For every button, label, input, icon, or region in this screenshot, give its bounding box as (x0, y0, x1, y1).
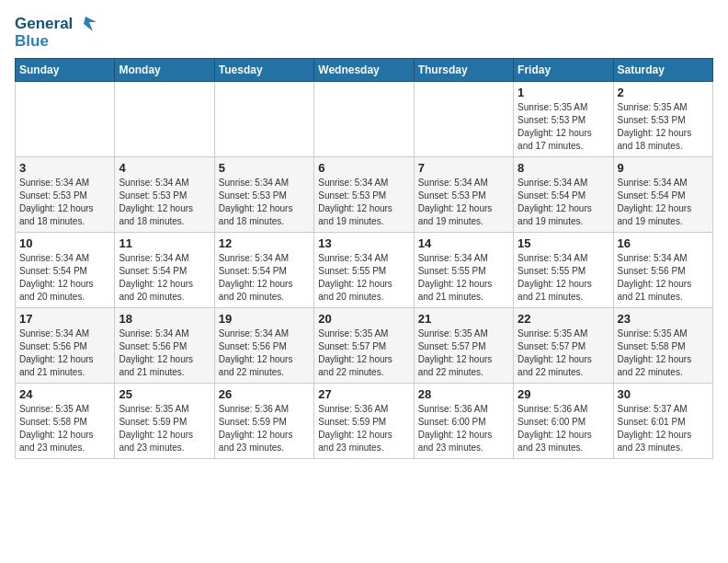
day-info: Sunrise: 5:34 AM Sunset: 5:55 PM Dayligh… (418, 252, 509, 304)
calendar-cell: 14Sunrise: 5:34 AM Sunset: 5:55 PM Dayli… (414, 232, 513, 307)
day-number: 18 (119, 312, 210, 326)
day-number: 12 (219, 236, 310, 250)
calendar-cell: 26Sunrise: 5:36 AM Sunset: 5:59 PM Dayli… (214, 383, 313, 458)
day-of-week-header: Tuesday (214, 58, 313, 81)
day-info: Sunrise: 5:34 AM Sunset: 5:54 PM Dayligh… (219, 252, 310, 304)
calendar-cell (16, 81, 115, 156)
calendar-cell: 6Sunrise: 5:34 AM Sunset: 5:53 PM Daylig… (314, 156, 414, 232)
day-number: 22 (518, 312, 609, 326)
day-info: Sunrise: 5:34 AM Sunset: 5:54 PM Dayligh… (19, 252, 110, 304)
day-of-week-header: Sunday (16, 58, 115, 81)
calendar-cell: 29Sunrise: 5:36 AM Sunset: 6:00 PM Dayli… (514, 383, 613, 458)
day-info: Sunrise: 5:35 AM Sunset: 5:53 PM Dayligh… (618, 101, 709, 153)
calendar-cell: 21Sunrise: 5:35 AM Sunset: 5:57 PM Dayli… (414, 307, 513, 383)
calendar-cell: 13Sunrise: 5:34 AM Sunset: 5:55 PM Dayli… (314, 232, 414, 307)
day-info: Sunrise: 5:35 AM Sunset: 5:57 PM Dayligh… (518, 327, 609, 379)
calendar-cell (314, 81, 414, 156)
day-number: 13 (318, 236, 409, 250)
day-number: 7 (418, 161, 509, 175)
calendar-cell: 25Sunrise: 5:35 AM Sunset: 5:59 PM Dayli… (115, 383, 214, 458)
calendar-cell: 4Sunrise: 5:34 AM Sunset: 5:53 PM Daylig… (115, 156, 214, 232)
day-number: 17 (19, 312, 110, 326)
day-number: 16 (618, 236, 709, 250)
calendar-cell: 19Sunrise: 5:34 AM Sunset: 5:56 PM Dayli… (214, 307, 313, 383)
calendar: SundayMondayTuesdayWednesdayThursdayFrid… (15, 58, 713, 459)
day-info: Sunrise: 5:34 AM Sunset: 5:56 PM Dayligh… (219, 327, 310, 379)
day-info: Sunrise: 5:34 AM Sunset: 5:53 PM Dayligh… (219, 177, 310, 228)
calendar-cell (115, 81, 214, 156)
calendar-cell: 12Sunrise: 5:34 AM Sunset: 5:54 PM Dayli… (214, 232, 313, 307)
day-info: Sunrise: 5:34 AM Sunset: 5:53 PM Dayligh… (19, 177, 110, 228)
day-number: 2 (618, 86, 709, 99)
day-info: Sunrise: 5:34 AM Sunset: 5:55 PM Dayligh… (318, 252, 409, 304)
day-info: Sunrise: 5:35 AM Sunset: 5:53 PM Dayligh… (518, 101, 609, 153)
day-number: 6 (318, 161, 409, 175)
calendar-cell: 23Sunrise: 5:35 AM Sunset: 5:58 PM Dayli… (613, 307, 712, 383)
day-info: Sunrise: 5:35 AM Sunset: 5:58 PM Dayligh… (19, 403, 110, 454)
calendar-cell: 28Sunrise: 5:36 AM Sunset: 6:00 PM Dayli… (414, 383, 513, 458)
day-of-week-header: Monday (115, 58, 214, 81)
day-number: 3 (19, 161, 110, 175)
calendar-cell: 16Sunrise: 5:34 AM Sunset: 5:56 PM Dayli… (613, 232, 712, 307)
day-number: 20 (318, 312, 409, 326)
day-number: 23 (618, 312, 709, 326)
svg-marker-0 (84, 17, 97, 31)
day-info: Sunrise: 5:34 AM Sunset: 5:56 PM Dayligh… (19, 327, 110, 379)
day-of-week-header: Wednesday (314, 58, 414, 81)
day-info: Sunrise: 5:34 AM Sunset: 5:53 PM Dayligh… (119, 177, 210, 228)
day-info: Sunrise: 5:36 AM Sunset: 6:00 PM Dayligh… (418, 403, 509, 454)
day-info: Sunrise: 5:34 AM Sunset: 5:53 PM Dayligh… (418, 177, 509, 228)
day-number: 19 (219, 312, 310, 326)
calendar-cell: 5Sunrise: 5:34 AM Sunset: 5:53 PM Daylig… (214, 156, 313, 232)
day-number: 29 (518, 387, 609, 401)
calendar-cell (414, 81, 513, 156)
day-of-week-header: Friday (514, 58, 613, 81)
calendar-cell: 15Sunrise: 5:34 AM Sunset: 5:55 PM Dayli… (514, 232, 613, 307)
day-of-week-header: Thursday (414, 58, 513, 81)
day-info: Sunrise: 5:35 AM Sunset: 5:58 PM Dayligh… (618, 327, 709, 379)
day-info: Sunrise: 5:34 AM Sunset: 5:54 PM Dayligh… (119, 252, 210, 304)
day-info: Sunrise: 5:36 AM Sunset: 6:00 PM Dayligh… (518, 403, 609, 454)
calendar-cell: 2Sunrise: 5:35 AM Sunset: 5:53 PM Daylig… (613, 81, 712, 156)
day-info: Sunrise: 5:34 AM Sunset: 5:55 PM Dayligh… (518, 252, 609, 304)
day-info: Sunrise: 5:35 AM Sunset: 5:59 PM Dayligh… (119, 403, 210, 454)
day-info: Sunrise: 5:34 AM Sunset: 5:56 PM Dayligh… (119, 327, 210, 379)
calendar-cell: 1Sunrise: 5:35 AM Sunset: 5:53 PM Daylig… (514, 81, 613, 156)
calendar-cell: 10Sunrise: 5:34 AM Sunset: 5:54 PM Dayli… (16, 232, 115, 307)
calendar-cell: 22Sunrise: 5:35 AM Sunset: 5:57 PM Dayli… (514, 307, 613, 383)
calendar-cell: 30Sunrise: 5:37 AM Sunset: 6:01 PM Dayli… (613, 383, 712, 458)
calendar-cell: 20Sunrise: 5:35 AM Sunset: 5:57 PM Dayli… (314, 307, 414, 383)
calendar-cell: 11Sunrise: 5:34 AM Sunset: 5:54 PM Dayli… (115, 232, 214, 307)
day-number: 25 (119, 387, 210, 401)
calendar-cell: 9Sunrise: 5:34 AM Sunset: 5:54 PM Daylig… (613, 156, 712, 232)
day-number: 28 (418, 387, 509, 401)
day-of-week-header: Saturday (613, 58, 712, 81)
day-number: 27 (318, 387, 409, 401)
day-number: 30 (618, 387, 709, 401)
day-info: Sunrise: 5:36 AM Sunset: 5:59 PM Dayligh… (318, 403, 409, 454)
day-info: Sunrise: 5:34 AM Sunset: 5:56 PM Dayligh… (618, 252, 709, 304)
day-number: 8 (518, 161, 609, 175)
day-number: 1 (518, 86, 609, 99)
day-info: Sunrise: 5:34 AM Sunset: 5:54 PM Dayligh… (618, 177, 709, 228)
day-info: Sunrise: 5:35 AM Sunset: 5:57 PM Dayligh… (318, 327, 409, 379)
day-info: Sunrise: 5:36 AM Sunset: 5:59 PM Dayligh… (219, 403, 310, 454)
calendar-cell: 24Sunrise: 5:35 AM Sunset: 5:58 PM Dayli… (16, 383, 115, 458)
day-info: Sunrise: 5:34 AM Sunset: 5:53 PM Dayligh… (318, 177, 409, 228)
day-number: 15 (518, 236, 609, 250)
logo: General Blue (15, 15, 97, 51)
day-number: 10 (19, 236, 110, 250)
day-number: 24 (19, 387, 110, 401)
day-number: 26 (219, 387, 310, 401)
day-number: 11 (119, 236, 210, 250)
day-number: 21 (418, 312, 509, 326)
day-number: 5 (219, 161, 310, 175)
calendar-cell (214, 81, 313, 156)
calendar-cell: 27Sunrise: 5:36 AM Sunset: 5:59 PM Dayli… (314, 383, 414, 458)
calendar-cell: 17Sunrise: 5:34 AM Sunset: 5:56 PM Dayli… (16, 307, 115, 383)
calendar-cell: 3Sunrise: 5:34 AM Sunset: 5:53 PM Daylig… (16, 156, 115, 232)
day-info: Sunrise: 5:37 AM Sunset: 6:01 PM Dayligh… (618, 403, 709, 454)
day-number: 4 (119, 161, 210, 175)
day-info: Sunrise: 5:34 AM Sunset: 5:54 PM Dayligh… (518, 177, 609, 228)
day-number: 14 (418, 236, 509, 250)
